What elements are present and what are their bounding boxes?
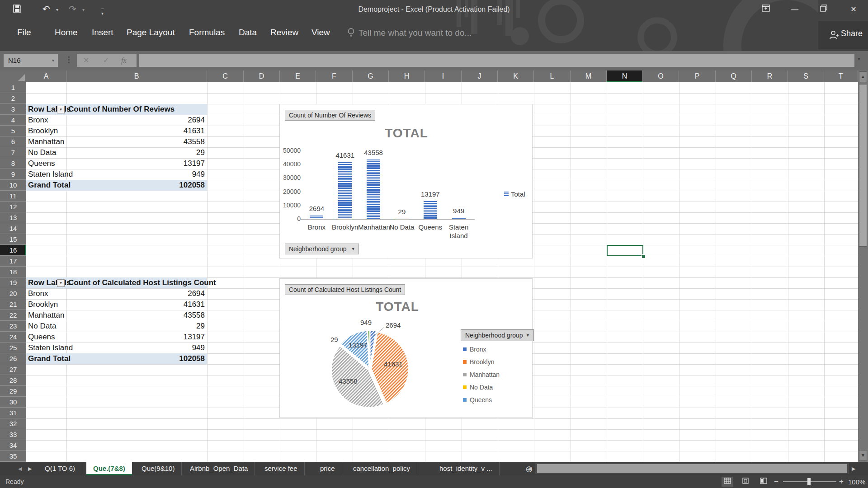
legend-field-dropdown-icon[interactable]: ▼ — [526, 333, 530, 338]
row-header-3[interactable]: 3 — [0, 104, 26, 115]
sheet-tab-cancellation-policy[interactable]: cancellation_policy — [346, 462, 417, 475]
normal-view-icon[interactable] — [722, 477, 733, 487]
sheet-tab-airbnb-open-data[interactable]: Airbnb_Open_Data — [183, 462, 255, 475]
tab-review[interactable]: Review — [270, 28, 298, 38]
tab-home[interactable]: Home — [55, 28, 78, 38]
pivot-row-value[interactable]: 949 — [68, 343, 205, 353]
pivot-row-value[interactable]: 29 — [68, 147, 205, 158]
pivot-row-label[interactable]: Staten Island — [28, 343, 73, 353]
tab-formulas[interactable]: Formulas — [189, 28, 225, 38]
tab-scroll-left-icon[interactable]: ◀ — [18, 466, 22, 472]
sheet-tab-q-1-to-6-[interactable]: Q(1 TO 6) — [38, 462, 82, 475]
bar-Manhattan[interactable] — [367, 160, 380, 219]
row-header-31[interactable]: 31 — [0, 408, 26, 418]
tab-view[interactable]: View — [311, 28, 330, 38]
pivot-row-label[interactable]: Bronx — [28, 288, 48, 299]
row-header-28[interactable]: 28 — [0, 375, 26, 386]
legend-label-total[interactable]: Total — [511, 190, 525, 198]
column-header-K[interactable]: K — [498, 70, 534, 82]
name-box[interactable]: N16 ▾ — [4, 54, 58, 67]
column-header-B[interactable]: B — [66, 70, 207, 82]
name-box-dropdown-icon[interactable]: ▾ — [52, 54, 54, 67]
sheet-tab-que-9-10-[interactable]: Que(9&10) — [135, 462, 182, 475]
pie-chart[interactable]: Count of Calculated Host Listings CountT… — [279, 278, 533, 418]
column-header-E[interactable]: E — [280, 70, 316, 82]
share-button[interactable]: Share — [818, 21, 868, 49]
row-header-26[interactable]: 26 — [0, 353, 26, 364]
pivot-grand-total-value[interactable]: 102058 — [68, 180, 205, 191]
zoom-out-icon[interactable]: − — [774, 477, 778, 486]
pivot-row-value[interactable]: 949 — [68, 169, 205, 180]
row-header-14[interactable]: 14 — [0, 223, 26, 234]
pie-plot[interactable] — [280, 279, 533, 418]
scroll-up-icon[interactable]: ▲ — [859, 71, 867, 82]
close-icon[interactable]: ✕ — [844, 4, 863, 15]
row-header-20[interactable]: 20 — [0, 288, 26, 299]
pivot-row-label[interactable]: No Data — [28, 321, 56, 332]
row-header-23[interactable]: 23 — [0, 321, 26, 332]
selected-cell-outline[interactable] — [607, 245, 643, 256]
row-header-7[interactable]: 7 — [0, 147, 26, 158]
pivot-row-label[interactable]: Queens — [28, 158, 55, 169]
pivot-row-label[interactable]: Manhattan — [28, 310, 64, 321]
hscroll-right-icon[interactable]: ▶ — [852, 466, 855, 472]
column-header-O[interactable]: O — [643, 70, 679, 82]
bar-Staten Island[interactable] — [452, 218, 466, 219]
vertical-scrollbar-thumb[interactable] — [859, 84, 867, 247]
pivot-row-label[interactable]: Manhattan — [28, 136, 64, 147]
chart-field-button[interactable]: Count of Number Of Reviews — [285, 110, 375, 121]
column-header-J[interactable]: J — [462, 70, 498, 82]
row-header-27[interactable]: 27 — [0, 364, 26, 375]
ribbon-display-options-icon[interactable] — [757, 4, 775, 15]
zoom-slider-thumb[interactable] — [807, 478, 811, 485]
row-header-25[interactable]: 25 — [0, 343, 26, 353]
pivot-row-value[interactable]: 13197 — [68, 332, 205, 343]
row-header-30[interactable]: 30 — [0, 397, 26, 408]
row-header-17[interactable]: 17 — [0, 256, 26, 267]
bar-Queens[interactable] — [424, 201, 437, 219]
row-header-2[interactable]: 2 — [0, 93, 26, 104]
tab-insert[interactable]: Insert — [92, 28, 113, 38]
column-header-P[interactable]: P — [679, 70, 716, 82]
column-header-T[interactable]: T — [824, 70, 858, 82]
page-break-view-icon[interactable] — [758, 477, 769, 487]
pivot-row-value[interactable]: 13197 — [68, 158, 205, 169]
sheet-tab-que-7-8-[interactable]: Que.(7&8) — [86, 462, 132, 475]
column-header-S[interactable]: S — [788, 70, 824, 82]
bar-No Data[interactable] — [395, 219, 409, 219]
tab-scroll-right-icon[interactable]: ▶ — [28, 466, 32, 472]
row-header-13[interactable]: 13 — [0, 212, 26, 223]
hscroll-left-icon[interactable]: ◀ — [528, 466, 532, 472]
row-header-21[interactable]: 21 — [0, 299, 26, 310]
page-layout-view-icon[interactable] — [740, 477, 751, 487]
bar-Bronx[interactable] — [310, 216, 323, 219]
pivot-row-value[interactable]: 41631 — [68, 126, 205, 136]
row-header-4[interactable]: 4 — [0, 115, 26, 126]
horizontal-scrollbar-thumb[interactable] — [537, 464, 847, 473]
pivot-row-label[interactable]: Queens — [28, 332, 55, 343]
row-header-16[interactable]: 16 — [0, 245, 26, 256]
fill-handle[interactable] — [642, 254, 646, 258]
insert-function-icon[interactable]: fx — [121, 54, 127, 67]
column-header-N[interactable]: N — [607, 70, 643, 82]
row-labels-filter-icon[interactable]: ▾ — [57, 106, 65, 113]
formula-input[interactable] — [139, 54, 854, 67]
row-header-22[interactable]: 22 — [0, 310, 26, 321]
legend-label-Manhattan[interactable]: Manhattan — [470, 371, 500, 378]
legend-label-No Data[interactable]: No Data — [470, 384, 493, 391]
pivot-row-value[interactable]: 2694 — [68, 115, 205, 126]
row-header-5[interactable]: 5 — [0, 126, 26, 136]
row-header-29[interactable]: 29 — [0, 386, 26, 397]
column-header-H[interactable]: H — [389, 70, 425, 82]
pivot-row-value[interactable]: 2694 — [68, 288, 205, 299]
pivot-row-label[interactable]: No Data — [28, 147, 56, 158]
sheet-tab-service-fee[interactable]: service fee — [258, 462, 305, 475]
column-header-L[interactable]: L — [534, 70, 571, 82]
pivot-grand-total-label[interactable]: Grand Total — [28, 180, 71, 191]
axis-field-dropdown-icon[interactable]: ▼ — [351, 247, 355, 251]
row-header-9[interactable]: 9 — [0, 169, 26, 180]
sheet-tab-host-identity-v-[interactable]: host_identity_v ... — [433, 462, 500, 475]
column-header-A[interactable]: A — [26, 70, 66, 82]
pivot-row-value[interactable]: 43558 — [68, 136, 205, 147]
tab-page-layout[interactable]: Page Layout — [127, 28, 175, 38]
